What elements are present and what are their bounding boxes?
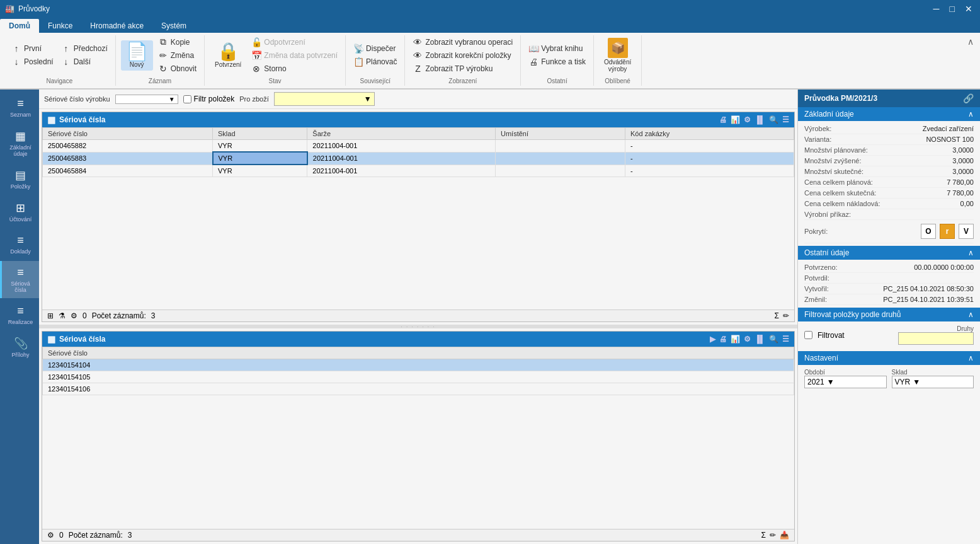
- collapse-basic-icon[interactable]: ∧: [968, 110, 974, 119]
- col-sklad[interactable]: Sklad: [213, 128, 307, 140]
- col-umisteni[interactable]: Umístění: [496, 128, 625, 140]
- chart-header-icon[interactable]: 📊: [731, 115, 740, 124]
- sidebar-item-prilohy[interactable]: 📎 Přílohy: [0, 332, 39, 363]
- status-filter-icon[interactable]: ⚗: [59, 311, 66, 320]
- ribbon-group-ostatni: 📖Vybrat knihu 🖨Funkce a tisk Ostatní: [521, 35, 594, 86]
- close-button[interactable]: ✕: [962, 4, 975, 14]
- ribbon-tabs: Domů Funkce Hromadné akce Systém: [0, 18, 980, 33]
- col-kod[interactable]: Kód zakázky: [625, 128, 794, 140]
- btn-zobrazit-tp[interactable]: ZZobrazit TP výrobku: [410, 62, 515, 75]
- external-link-icon[interactable]: 🔗: [963, 93, 974, 103]
- table-row[interactable]: 2500465884 VYR 20211004-001 -: [43, 165, 794, 177]
- collapse-filter-icon[interactable]: ∧: [968, 310, 974, 319]
- btn-odvadeni[interactable]: 📦 Odváděnívýroby: [599, 35, 636, 75]
- filter-checkbox[interactable]: [183, 95, 191, 103]
- top-table-head: Sériové číslo Sklad Šarže Umístění Kód z…: [43, 128, 794, 140]
- print2-header-icon[interactable]: 🖨: [719, 335, 727, 344]
- minimize-button[interactable]: ─: [931, 4, 942, 14]
- title-bar-controls[interactable]: ─ □ ✕: [931, 4, 975, 14]
- btn-predchozi[interactable]: ↑Předchozí: [59, 42, 110, 55]
- sidebar-item-serialova[interactable]: ≡ Sériováčísla: [0, 261, 39, 298]
- btn-zobrazit-operaci[interactable]: 👁Zobrazit vybranou operaci: [410, 36, 515, 49]
- maximize-button[interactable]: □: [947, 4, 957, 14]
- sidebar-item-polozky[interactable]: ▤ Položky: [0, 163, 39, 195]
- status-settings-icon[interactable]: ⚙: [71, 311, 77, 320]
- b-settings-icon[interactable]: ⚙: [47, 531, 54, 540]
- btn-zmena-data: 📅Změna data potvrzení: [249, 49, 340, 62]
- ribbon-collapse-btn[interactable]: ∧: [965, 35, 976, 86]
- col-sarze[interactable]: Šarže: [307, 128, 496, 140]
- col-sn2[interactable]: Sériové číslo: [43, 347, 794, 359]
- btn-dispecer[interactable]: 📡Dispečer: [351, 42, 399, 55]
- chart2-header-icon[interactable]: 📊: [731, 335, 740, 344]
- pro-zbozi-dropdown[interactable]: ▼: [274, 92, 375, 106]
- col-sn[interactable]: Sériové číslo: [43, 128, 213, 140]
- table-row[interactable]: 12340154104: [43, 359, 794, 371]
- b-settings-count: 0: [59, 531, 64, 540]
- souvisejici-label: Související: [360, 76, 390, 86]
- ostatni-items: 📖Vybrat knihu 🖨Funkce a tisk: [526, 35, 588, 75]
- barcode-header-icon[interactable]: ▐▌: [755, 115, 765, 124]
- sum-icon[interactable]: Σ: [775, 311, 779, 320]
- tab-funkce[interactable]: Funkce: [39, 19, 81, 33]
- edit-status-icon[interactable]: ✏: [783, 311, 789, 320]
- cell-sarze: 20211004-001: [307, 165, 496, 177]
- btn-planovac[interactable]: 📋Plánovač: [351, 55, 399, 68]
- tab-hromadne[interactable]: Hromadné akce: [81, 19, 152, 33]
- btn-posledni[interactable]: ↓Poslední: [9, 55, 56, 68]
- btn-novy[interactable]: 📄 Nový: [121, 40, 153, 71]
- btn-obnovit[interactable]: ↻Obnovit: [156, 62, 199, 75]
- ostatni-content: Potvrzeno: 00.00.0000 0:00:00 Potvrdil: …: [798, 260, 980, 308]
- z-icon: Z: [413, 64, 423, 74]
- druhy-input[interactable]: [898, 332, 974, 345]
- btn-prvni[interactable]: ↑První: [9, 42, 56, 55]
- book-icon: 📖: [528, 43, 538, 54]
- b-export-icon[interactable]: 📥: [780, 531, 789, 540]
- tab-system[interactable]: Systém: [152, 19, 195, 33]
- sklad-dropdown[interactable]: VYR ▼: [892, 376, 974, 388]
- tab-domu[interactable]: Domů: [0, 19, 39, 33]
- btn-dalsi[interactable]: ↓Další: [59, 55, 110, 68]
- btn-zmena[interactable]: ✏Změna: [156, 49, 199, 62]
- settings3-header-icon[interactable]: ⚙: [744, 335, 751, 344]
- table-row[interactable]: 12340154106: [43, 383, 794, 395]
- print-header-icon[interactable]: 🖨: [719, 115, 727, 124]
- settings2-header-icon[interactable]: ⚙: [744, 115, 751, 124]
- sidebar-item-seznam[interactable]: ≡ Seznam: [0, 92, 39, 123]
- barcode2-header-icon[interactable]: ▐▌: [755, 335, 765, 344]
- sidebar-item-doklady[interactable]: ≡ Doklady: [0, 229, 39, 260]
- table-row[interactable]: 12340154105: [43, 371, 794, 383]
- table-row[interactable]: 2500465882 VYR 20211004-001 -: [43, 140, 794, 153]
- b-count-label: Počet záznamů:: [69, 531, 123, 540]
- panel-divider[interactable]: · · · · · · ·: [39, 325, 797, 328]
- b-sum-icon[interactable]: Σ: [761, 531, 766, 540]
- btn-funkce-tisk[interactable]: 🖨Funkce a tisk: [526, 55, 588, 68]
- btn-storno[interactable]: ⊗Storno: [249, 62, 340, 75]
- table-row[interactable]: 2500465883 VYR 20211004-001 -: [43, 152, 794, 165]
- sidebar-item-realizace[interactable]: ≡ Realizace: [0, 299, 39, 330]
- btn-kopie[interactable]: ⧉Kopie: [156, 35, 199, 49]
- btn-potvrzeni[interactable]: 🔒 Potvrzení: [210, 40, 246, 71]
- menu-header-icon[interactable]: ☰: [782, 115, 789, 124]
- collapse-ostatni-icon[interactable]: ∧: [968, 248, 974, 257]
- cell-umisteni: [496, 152, 625, 165]
- druhy-col: Druhy: [850, 325, 974, 345]
- sidebar-item-uctovani[interactable]: ⊞ Účtování: [0, 196, 39, 228]
- collapse-nastaveni-icon[interactable]: ∧: [968, 354, 974, 362]
- search-header-icon[interactable]: 🔍: [769, 115, 778, 124]
- btn-vybrat-knihu[interactable]: 📖Vybrat knihu: [526, 42, 588, 55]
- coverage-btn-v[interactable]: V: [959, 224, 974, 239]
- btn-zobrazit-korekce[interactable]: 👁Zobrazit korekční položky: [410, 49, 515, 62]
- b-edit-icon[interactable]: ✏: [770, 531, 776, 540]
- obdobi-dropdown[interactable]: 2021 ▼: [804, 376, 887, 388]
- coverage-btn-r[interactable]: r: [940, 224, 955, 239]
- field-varianta: Varianta: NOSNOST 100: [804, 134, 974, 145]
- play-header-icon[interactable]: ▶: [710, 335, 715, 344]
- coverage-btn-o[interactable]: O: [921, 224, 936, 239]
- menu2-header-icon[interactable]: ☰: [782, 335, 789, 344]
- filter-druhy-checkbox[interactable]: [804, 331, 812, 339]
- search2-header-icon[interactable]: 🔍: [769, 335, 778, 344]
- status-layout-icon[interactable]: ⊞: [47, 311, 54, 320]
- serial-num-dropdown[interactable]: ▼: [115, 95, 178, 104]
- sidebar-item-zakladni[interactable]: ▦ Základníúdaje: [0, 124, 39, 162]
